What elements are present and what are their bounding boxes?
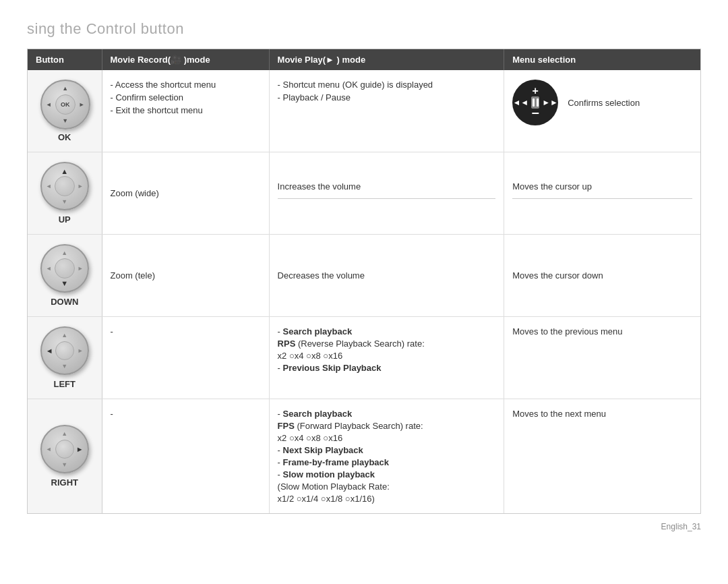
table-row-up: ▲ ▼ ◄ ► UP Zoom (wide) xyxy=(28,152,700,235)
ok-record-item-3: Exit the shortcut menu xyxy=(111,105,261,115)
separator-up xyxy=(278,198,496,199)
arrow-up-ok: ▲ xyxy=(62,85,68,92)
right-menu-selection: Moves to the next menu xyxy=(504,399,700,514)
down-center xyxy=(55,258,75,279)
left-movie-play: - Search playback RPS (Reverse Playback … xyxy=(269,317,504,399)
ok-play-item-2: Playback / Pause xyxy=(278,92,496,103)
page-footer: English_31 xyxy=(27,522,701,531)
right-record-dash: - xyxy=(111,409,113,419)
col-header-movie-record: Movie Record(🎥 )mode xyxy=(102,49,269,70)
arrow-left-right: ◄ xyxy=(46,446,52,452)
right-label: RIGHT xyxy=(51,477,78,488)
left-center xyxy=(55,341,74,360)
arrow-right-right: ► xyxy=(76,445,84,453)
menu-left-arrow-icon: ◄◄ xyxy=(512,98,528,107)
up-center xyxy=(55,176,75,196)
arrow-left-down: ◄ xyxy=(46,265,52,272)
control-table: Button Movie Record(🎥 )mode Movie Play(►… xyxy=(28,49,700,513)
footer-text: English_31 xyxy=(661,522,701,531)
main-table-wrapper: Button Movie Record(🎥 )mode Movie Play(►… xyxy=(27,49,701,514)
down-play-decreases: Decreases the volume xyxy=(278,270,365,281)
ok-movie-play: Shortcut menu (OK guide) is displayed Pl… xyxy=(269,70,504,152)
right-center xyxy=(55,440,74,459)
arrow-down-right: ▼ xyxy=(61,461,67,468)
arrow-down-left: ▼ xyxy=(61,363,67,370)
ok-record-item-1: Access the shortcut menu xyxy=(111,80,261,90)
left-menu-text: Moves to the previous menu xyxy=(512,326,622,337)
arrow-left-ok: ◄ xyxy=(46,101,52,108)
down-label: DOWN xyxy=(51,297,78,307)
ok-button-icon: ▲ ▼ ◄ ► OK xyxy=(40,80,89,128)
ok-label: OK xyxy=(58,132,71,142)
right-button-icon: ▲ ▼ ◄ ► xyxy=(40,425,89,473)
button-cell-down: ▲ ▼ ◄ ► DOWN xyxy=(28,235,102,317)
down-menu-selection: Moves the cursor down xyxy=(504,235,700,317)
arrow-right-left: ► xyxy=(78,347,84,354)
table-row-left: ▲ ▼ ◄ ► LEFT - xyxy=(28,317,700,399)
col-header-movie-play: Movie Play(► ) mode xyxy=(269,49,504,70)
right-movie-record: - xyxy=(102,399,269,514)
right-play-line5: - Frame-by-frame playback xyxy=(278,457,496,467)
down-button-icon: ▲ ▼ ◄ ► xyxy=(40,244,89,293)
up-movie-play: Increases the volume xyxy=(269,152,504,235)
button-cell-left: ▲ ▼ ◄ ► LEFT xyxy=(28,317,102,399)
left-play-line4: - Previous Skip Playback xyxy=(278,363,496,373)
table-row-right: ▲ ▼ ◄ ► RIGHT - xyxy=(28,399,700,514)
arrow-left-up: ◄ xyxy=(46,183,52,189)
left-menu-selection: Moves to the previous menu xyxy=(504,317,700,399)
arrow-down-down: ▼ xyxy=(61,279,68,287)
col-header-button: Button xyxy=(28,49,102,70)
ok-center: OK xyxy=(55,94,75,115)
left-play-line3: x2 ○x4 ○x8 ○x16 xyxy=(278,351,496,361)
up-button-icon: ▲ ▼ ◄ ► xyxy=(40,162,89,210)
arrow-up-up: ▲ xyxy=(61,167,68,175)
ok-menu-selection: + ◄◄ ►► – xyxy=(504,70,700,152)
up-record-zoom-wide: Zoom (wide) xyxy=(111,188,159,198)
menu-right-arrow-icon: ►► xyxy=(542,98,558,107)
arrow-left-left: ◄ xyxy=(46,347,53,355)
arrow-right-up: ► xyxy=(78,183,84,189)
right-play-line4: - Next Skip Playback xyxy=(278,445,496,455)
left-label: LEFT xyxy=(54,379,76,389)
right-play-line8: x1/2 ○x1/4 ○x1/8 ○x1/16) xyxy=(278,494,496,504)
button-cell-ok: ▲ ▼ ◄ ► OK OK xyxy=(28,70,102,152)
arrow-up-left: ▲ xyxy=(61,332,67,339)
separator-up-menu xyxy=(512,198,692,199)
up-play-increases: Increases the volume xyxy=(278,181,361,192)
arrow-up-right: ▲ xyxy=(61,430,67,437)
down-movie-play: Decreases the volume xyxy=(269,235,504,317)
down-movie-record: Zoom (tele) xyxy=(102,235,269,317)
right-menu-text: Moves to the next menu xyxy=(512,409,606,419)
right-play-line6: - Slow motion playback xyxy=(278,469,496,479)
button-cell-right: ▲ ▼ ◄ ► RIGHT xyxy=(28,399,102,514)
table-row-ok: ▲ ▼ ◄ ► OK OK xyxy=(28,70,700,152)
up-movie-record: Zoom (wide) xyxy=(102,152,269,235)
left-button-icon: ▲ ▼ ◄ ► xyxy=(40,326,89,375)
arrow-up-down: ▲ xyxy=(61,250,67,256)
ok-movie-record: Access the shortcut menu Confirm selecti… xyxy=(102,70,269,152)
right-movie-play: - Search playback FPS (Forward Playback … xyxy=(269,399,504,514)
right-play-line3: x2 ○x4 ○x8 ○x16 xyxy=(278,433,496,443)
page-container: sing the Control button Button Movie Rec… xyxy=(0,0,728,558)
ok-play-item-1: Shortcut menu (OK guide) is displayed xyxy=(278,80,496,90)
menu-plus: + xyxy=(533,85,539,97)
arrow-down-up: ▼ xyxy=(61,198,67,205)
menu-minus: – xyxy=(532,105,539,120)
right-play-line7: (Slow Motion Playback Rate: xyxy=(278,481,496,492)
right-play-line2: FPS (Forward Playback Search) rate: xyxy=(278,421,496,431)
down-record-zoom-tele: Zoom (tele) xyxy=(111,270,155,281)
arrow-down-ok: ▼ xyxy=(62,117,68,124)
menu-nav-icon: + ◄◄ ►► – xyxy=(512,80,558,125)
up-menu-selection: Moves the cursor up xyxy=(504,152,700,235)
page-title: sing the Control button xyxy=(27,20,701,38)
col-header-menu: Menu selection xyxy=(504,49,700,70)
up-label: UP xyxy=(59,214,71,225)
button-cell-up: ▲ ▼ ◄ ► UP xyxy=(28,152,102,235)
left-play-line2: RPS (Reverse Playback Search) rate: xyxy=(278,339,496,349)
ok-confirms-text: Confirms selection xyxy=(568,98,640,108)
arrow-right-down: ► xyxy=(78,265,84,272)
left-play-line1: - Search playback xyxy=(278,326,496,337)
ok-record-item-2: Confirm selection xyxy=(111,92,261,103)
up-menu-text: Moves the cursor up xyxy=(512,181,592,192)
table-row-down: ▲ ▼ ◄ ► DOWN Zoom (tele) xyxy=(28,235,700,317)
